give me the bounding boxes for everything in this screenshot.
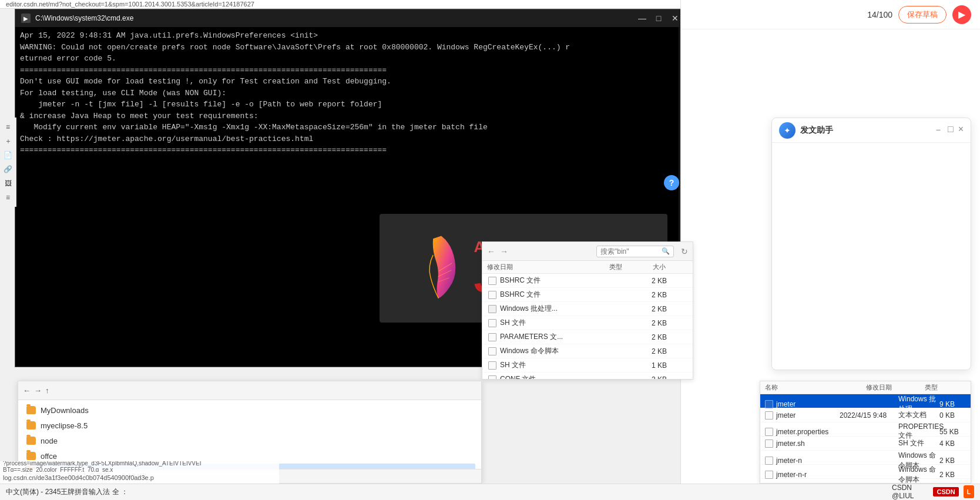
bottom-statusbar: 中文(简体) - 2345王牌拼音输入法 全 ： bbox=[0, 484, 980, 500]
toolbar-btn-link[interactable]: 🔗 bbox=[2, 163, 15, 176]
folder-mydownloads[interactable]: MyDownloads bbox=[24, 402, 475, 418]
toolbar-btn-menu[interactable]: ≡ bbox=[2, 120, 15, 133]
cmd-title: C:\Windows\system32\cmd.exe bbox=[35, 14, 636, 22]
cmd-minimize-btn[interactable]: — bbox=[636, 12, 648, 24]
toolbar-btn-list[interactable]: ≡ bbox=[2, 191, 15, 204]
refresh-btn[interactable]: ↻ bbox=[681, 247, 688, 256]
file-name: BSHRC 文件 bbox=[500, 290, 541, 300]
file-icon bbox=[488, 291, 496, 299]
ime-status: 中文(简体) - 2345王牌拼音输入法 全 ： bbox=[6, 487, 128, 497]
jrow-jmeter-n-r[interactable]: jmeter-n-r Windows 命令脚本 2 KB bbox=[760, 465, 971, 479]
fawen-minimize-btn[interactable]: － bbox=[934, 124, 943, 136]
jmeter-file-rows: jmeter Windows 批处理... 9 KB jmeter 2022/4… bbox=[760, 394, 971, 483]
help-button[interactable]: ? bbox=[664, 175, 679, 190]
detail-row-bshrc2[interactable]: BSHRC 文件 2 KB bbox=[482, 288, 693, 302]
jrow-jmeter-bat[interactable]: jmeter Windows 批处理... 9 KB bbox=[760, 394, 971, 408]
jmeter-columns: 名称 修改日期 类型 bbox=[760, 381, 971, 394]
file-icon bbox=[488, 375, 496, 380]
file-name: BSHRC 文件 bbox=[500, 276, 541, 286]
file-size: 2 KB bbox=[652, 347, 687, 355]
cmd-close-btn[interactable]: ✕ bbox=[669, 12, 681, 24]
cmd-icon: ▶ bbox=[21, 14, 31, 23]
jrow-jmeter-txt[interactable]: jmeter 2022/4/15 9:48 文本文档 0 KB bbox=[760, 408, 971, 422]
fawen-close-btn[interactable]: × bbox=[958, 124, 964, 136]
file-icon bbox=[488, 277, 496, 285]
publish-button[interactable]: ▶ bbox=[952, 5, 971, 24]
right-file-panel: ← → 🔍 ↻ 修改日期 类型 大小 BSHRC 文件 2 KB BSHRC 文… bbox=[482, 241, 693, 380]
col-type: 类型 bbox=[609, 263, 650, 271]
fawen-titlebar: ✦ 发文助手 － □ × bbox=[772, 118, 971, 143]
cmd-titlebar: ▶ C:\Windows\system32\cmd.exe — □ ✕ bbox=[15, 9, 687, 27]
search-box: 🔍 bbox=[596, 246, 674, 257]
char-counter: 14/100 bbox=[867, 10, 892, 19]
jfile-size: 2 KB bbox=[939, 457, 966, 465]
folder-list: MyDownloads myeclipse-8.5 node offce Pho… bbox=[18, 400, 481, 469]
jfile-type: 文本文档 bbox=[898, 410, 939, 420]
jrow-jmeter-n[interactable]: jmeter-n Windows 命令脚本 2 KB bbox=[760, 451, 971, 465]
file-columns: 修改日期 类型 大小 bbox=[482, 261, 693, 274]
jcol-date: 修改日期 bbox=[866, 383, 925, 392]
folder-name: myeclipse-8.5 bbox=[41, 421, 88, 430]
jfile-name: jmeter.sh bbox=[776, 439, 805, 448]
file-name: Windows 命令脚本 bbox=[500, 346, 559, 356]
jfile-size: 9 KB bbox=[939, 400, 966, 408]
folder-back-btn[interactable]: ← bbox=[23, 386, 31, 395]
file-name: CONF 文件 bbox=[500, 374, 536, 379]
fawen-resize-btn[interactable]: □ bbox=[948, 124, 954, 136]
jrow-jmeter-props[interactable]: jmeter.properties PROPERTIES 文件 55 KB bbox=[760, 422, 971, 437]
folder-icon bbox=[26, 452, 36, 460]
folder-name: MyDownloads bbox=[41, 406, 89, 415]
detail-row-cmd1[interactable]: Windows 命令脚本 2 KB bbox=[482, 344, 693, 358]
detail-row-sh1[interactable]: SH 文件 2 KB bbox=[482, 316, 693, 330]
folder-up-btn[interactable]: ↑ bbox=[45, 386, 49, 395]
file-size: 2 KB bbox=[652, 277, 687, 285]
fawen-icon: ✦ bbox=[779, 122, 796, 139]
detail-row-sh2[interactable]: SH 文件 1 KB bbox=[482, 358, 693, 373]
fawen-title: 发文助手 bbox=[800, 125, 934, 136]
toolbar-btn-doc[interactable]: 📄 bbox=[2, 149, 15, 162]
url-text: log.csdn.cn/de3a1f3ee00d4c0b074d540900f0… bbox=[3, 474, 154, 481]
right-detail-rows: BSHRC 文件 2 KB BSHRC 文件 2 KB Windows 批处理.… bbox=[482, 274, 693, 379]
jfile-size: 2 KB bbox=[939, 471, 966, 479]
jfile-name: jmeter-n-r bbox=[776, 471, 807, 479]
search-input[interactable] bbox=[600, 247, 659, 256]
jfile-date: 2022/4/15 9:48 bbox=[840, 411, 898, 420]
jfile-type: SH 文件 bbox=[898, 438, 939, 448]
editor-header: 14/100 保存草稿 ▶ bbox=[681, 0, 980, 29]
search-icon: 🔍 bbox=[662, 247, 670, 255]
left-toolbar: ≡ ＋ 📄 🔗 🖼 ≡ bbox=[0, 118, 16, 207]
save-draft-button[interactable]: 保存草稿 bbox=[898, 6, 947, 24]
folder-name: offce bbox=[41, 452, 57, 461]
fawen-panel: ✦ 发文助手 － □ × bbox=[771, 118, 971, 370]
csdn-label: CSDN @LIUL bbox=[892, 484, 928, 500]
folder-myeclipse[interactable]: myeclipse-8.5 bbox=[24, 418, 475, 433]
jfile-name: jmeter bbox=[776, 400, 796, 408]
folder-forward-btn[interactable]: → bbox=[34, 386, 42, 395]
jmeter-file-panel: 名称 修改日期 类型 jmeter Windows 批处理... 9 KB jm… bbox=[760, 381, 971, 484]
fawen-controls: － □ × bbox=[934, 124, 964, 136]
jfile-size: 4 KB bbox=[939, 439, 966, 448]
detail-row-bshrc1[interactable]: BSHRC 文件 2 KB bbox=[482, 274, 693, 288]
toolbar-btn-image[interactable]: 🖼 bbox=[2, 177, 15, 190]
file-icon bbox=[488, 347, 496, 355]
cmd-controls: — □ ✕ bbox=[636, 12, 681, 24]
jrow-jmeter-sh[interactable]: jmeter.sh SH 文件 4 KB bbox=[760, 437, 971, 451]
feather-icon bbox=[421, 233, 462, 304]
toolbar-btn-add[interactable]: ＋ bbox=[2, 135, 15, 147]
jfile-type: Windows 命令脚本 bbox=[898, 465, 939, 483]
file-size: 2 KB bbox=[652, 305, 687, 313]
watermark-url: ?process=image/watermark,type_d3F5LXplbm… bbox=[0, 461, 279, 472]
detail-row-conf[interactable]: CONF 文件 2 KB bbox=[482, 373, 693, 379]
detail-row-bat1[interactable]: Windows 批处理... 2 KB bbox=[482, 302, 693, 316]
forward-btn[interactable]: → bbox=[500, 247, 508, 256]
jfile-name: jmeter bbox=[776, 411, 796, 420]
col-name: 修改日期 bbox=[487, 263, 607, 271]
file-icon bbox=[488, 361, 496, 370]
detail-row-params[interactable]: PARAMETERS 文... 2 KB bbox=[482, 330, 693, 344]
file-size: 1 KB bbox=[652, 361, 687, 370]
url-text: editor.csdn.net/md?not_checkout=1&spm=10… bbox=[6, 1, 254, 8]
cmd-restore-btn[interactable]: □ bbox=[653, 12, 664, 24]
cmd-output: Apr 15, 2022 9:48:31 AM java.util.prefs.… bbox=[20, 30, 682, 156]
folder-node[interactable]: node bbox=[24, 433, 475, 448]
back-btn[interactable]: ← bbox=[487, 247, 495, 256]
